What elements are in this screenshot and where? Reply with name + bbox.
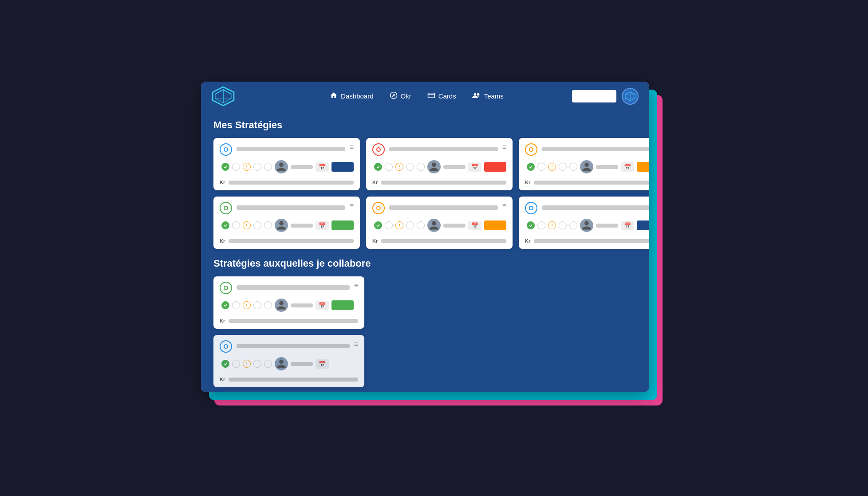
- collab-card-title-2: [237, 344, 350, 348]
- icon-circle-3d: [243, 221, 251, 229]
- card-menu-4[interactable]: ≡: [350, 202, 354, 210]
- collab-icon-5b: [264, 360, 272, 368]
- icon-circle-4: [253, 163, 261, 171]
- card-icons-row-4: 📅: [220, 219, 354, 232]
- nav-item-dashboard[interactable]: Dashboard: [330, 91, 373, 101]
- icon-circle-4d: [253, 221, 261, 229]
- icon-circle-5b: [417, 163, 425, 171]
- avatar-small-4: [275, 219, 288, 232]
- scene-wrapper: Dashboard Okr Cards: [201, 82, 667, 414]
- card-menu-1[interactable]: ≡: [350, 143, 354, 151]
- kr-label-3: Kr: [525, 180, 530, 185]
- text-bar-1a: [291, 165, 313, 169]
- svg-point-11: [477, 93, 479, 96]
- home-icon: [330, 91, 338, 101]
- nav-links: Dashboard Okr Cards: [261, 91, 572, 101]
- cal-icon-3: 📅: [624, 164, 631, 170]
- date-badge-6: 📅: [621, 221, 634, 230]
- avatar-small-6: [580, 219, 593, 232]
- kr-bar-1: [229, 181, 354, 185]
- icon-circle-2e: [385, 221, 393, 229]
- nav-item-teams[interactable]: Teams: [472, 91, 504, 101]
- check-icon-4: [221, 221, 229, 229]
- kr-bar-3: [534, 181, 649, 185]
- kr-label-1: Kr: [220, 180, 225, 185]
- card-header-6: O ≡: [525, 202, 649, 214]
- nav-item-cards[interactable]: Cards: [427, 91, 456, 101]
- kr-bar-6: [534, 239, 649, 243]
- strategy-card-1: O ≡: [213, 138, 360, 190]
- kr-label-5: Kr: [372, 238, 378, 244]
- strategy-card-4: O ≡: [213, 197, 360, 249]
- date-badge-3: 📅: [621, 162, 634, 172]
- collab-icon-2: [232, 301, 240, 309]
- icon-circle-2b: [385, 163, 393, 171]
- collab-cal-icon-1: 📅: [319, 302, 326, 309]
- status-badge-3: [637, 162, 649, 172]
- card-letter-6: O: [525, 202, 537, 214]
- team-icon: [472, 91, 481, 101]
- strategy-card-3: O ≡: [519, 138, 649, 190]
- collab-kr-label-1: Kr: [220, 318, 225, 323]
- cal-icon-5: 📅: [471, 222, 478, 229]
- collab-date-1: 📅: [316, 301, 329, 310]
- kr-bar-2: [381, 181, 506, 185]
- svg-marker-7: [392, 94, 395, 97]
- card-footer-2: Kr: [372, 178, 506, 185]
- compass-icon: [390, 91, 398, 101]
- text-bar-3a: [596, 165, 618, 169]
- svg-point-10: [473, 93, 476, 96]
- collab-date-2: 📅: [316, 359, 329, 369]
- collab-card-letter-1: O: [220, 282, 232, 294]
- collab-icons-row-1: 📅: [220, 299, 358, 312]
- status-badge-2: [484, 162, 506, 172]
- card-menu-5[interactable]: ≡: [502, 202, 506, 210]
- icon-circle-2: [232, 163, 240, 171]
- logo-icon: [212, 85, 235, 108]
- date-badge-1: 📅: [316, 162, 329, 172]
- icon-circle-5d: [264, 221, 272, 229]
- check-icon-2: [374, 163, 382, 171]
- collab-text-bar-1: [291, 303, 313, 307]
- kr-bar-4: [229, 239, 354, 243]
- user-avatar[interactable]: [622, 88, 639, 105]
- kr-label-4: Kr: [220, 238, 225, 244]
- icon-circle-5: [264, 163, 272, 171]
- avatar-small-2: [427, 160, 441, 173]
- date-badge-2: 📅: [468, 162, 481, 172]
- icon-circle-2d: [232, 221, 240, 229]
- check-icon-6: [527, 221, 535, 229]
- card-title-bar-5: [389, 205, 498, 210]
- card-header-1: O ≡: [220, 143, 354, 156]
- nav-item-okr[interactable]: Okr: [390, 91, 411, 101]
- search-input[interactable]: [572, 90, 616, 102]
- collab-kr-label-2: Kr: [220, 377, 225, 382]
- nav-label-dashboard: Dashboard: [341, 92, 373, 100]
- logo-area: [212, 85, 235, 108]
- collab-check-2: [221, 360, 229, 368]
- nav-label-teams: Teams: [484, 92, 504, 100]
- section-collaborate: Stratégies auxquelles je collabore O ≡: [213, 258, 637, 387]
- status-badge-5: [484, 220, 506, 230]
- collab-card-title-1: [237, 285, 350, 290]
- cal-icon-2: 📅: [471, 164, 478, 170]
- collab-text-bar-2: [291, 362, 313, 366]
- section-title-mes-strategies: Mes Stratégies: [213, 119, 637, 131]
- card-icon: [427, 91, 435, 101]
- card-header-2: O ≡: [372, 143, 506, 156]
- check-icon-1: [221, 163, 229, 171]
- card-footer-3: Kr: [525, 178, 649, 185]
- card-menu-2[interactable]: ≡: [502, 143, 506, 151]
- text-bar-6a: [596, 224, 618, 228]
- collab-card-header-1: O ≡: [220, 282, 358, 294]
- strategy-card-5: O ≡: [366, 197, 513, 249]
- collab-icon-5: [264, 301, 272, 309]
- collab-card-menu-2[interactable]: ≡: [354, 340, 358, 348]
- kr-label-2: Kr: [372, 180, 378, 185]
- card-header-3: O ≡: [525, 143, 649, 156]
- collab-card-menu-1[interactable]: ≡: [354, 282, 358, 290]
- icon-circle-4c: [559, 163, 567, 171]
- text-bar-5a: [443, 224, 466, 228]
- card-icons-row-6: 📅: [525, 219, 649, 232]
- check-icon-5: [374, 221, 382, 229]
